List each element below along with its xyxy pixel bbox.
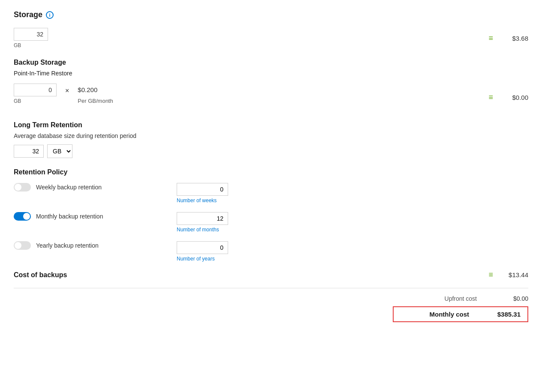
pit-price: $0.00 <box>498 94 528 101</box>
long-term-retention-section: Long Term Retention Average database siz… <box>14 121 528 158</box>
monthly-toggle-group: Monthly backup retention <box>14 212 177 221</box>
pit-rate-group: $0.200 Per GB/month <box>78 84 113 104</box>
yearly-label: Yearly backup retention <box>36 242 99 249</box>
storage-row: GB ≡ $3.68 <box>14 28 528 48</box>
storage-title: Storage <box>14 10 42 19</box>
pit-rate-label: Per GB/month <box>78 98 113 104</box>
weekly-toggle[interactable] <box>14 183 31 192</box>
ltr-title: Long Term Retention <box>14 121 528 129</box>
upfront-label: Upfront cost <box>408 295 477 302</box>
db-unit-select[interactable]: GB TB <box>47 144 72 158</box>
storage-input-group: GB <box>14 28 48 48</box>
cost-of-backups-row: Cost of backups ≡ $13.44 <box>14 270 528 279</box>
yearly-input-group: Number of years <box>177 241 228 262</box>
db-size-row: GB TB <box>14 144 528 158</box>
storage-unit: GB <box>14 42 21 48</box>
summary-section: Upfront cost $0.00 Monthly cost $385.31 <box>14 295 528 322</box>
storage-info-icon[interactable]: i <box>46 11 54 19</box>
weekly-retention-row: Weekly backup retention Number of weeks <box>14 183 528 203</box>
monthly-cost-row: Monthly cost $385.31 <box>393 306 528 322</box>
monthly-unit: Number of months <box>177 227 219 233</box>
monthly-input-group: Number of months <box>177 212 228 233</box>
pit-rate: $0.200 <box>78 84 97 96</box>
pit-price-group: ≡ $0.00 <box>488 93 528 102</box>
backup-storage-section: Backup Storage Point-In-Time Restore GB … <box>14 59 528 111</box>
yearly-toggle-group: Yearly backup retention <box>14 241 177 250</box>
point-in-time-row: GB × $0.200 Per GB/month ≡ $0.00 <box>14 84 528 111</box>
cost-of-backups-price: $13.44 <box>498 271 528 278</box>
yearly-retention-row: Yearly backup retention Number of years <box>14 241 528 262</box>
point-in-time-title: Point-In-Time Restore <box>14 70 528 77</box>
pit-multiply-group: GB × $0.200 Per GB/month <box>14 84 113 104</box>
storage-equals-icon: ≡ <box>488 34 493 43</box>
storage-price-group: ≡ $3.68 <box>488 34 528 43</box>
monthly-value: $385.31 <box>486 311 521 318</box>
multiply-icon: × <box>65 87 69 95</box>
pit-input-group: GB <box>14 84 57 104</box>
pit-equals-icon: ≡ <box>488 93 493 102</box>
weekly-unit: Number of weeks <box>177 197 217 203</box>
avg-db-label: Average database size during retention p… <box>14 132 528 139</box>
upfront-value: $0.00 <box>494 295 528 302</box>
weekly-toggle-group: Weekly backup retention <box>14 183 177 192</box>
retention-policy-title: Retention Policy <box>14 168 528 176</box>
weekly-input-group: Number of weeks <box>177 183 228 203</box>
monthly-input[interactable] <box>177 212 228 225</box>
yearly-toggle[interactable] <box>14 241 31 250</box>
storage-input[interactable] <box>14 28 48 41</box>
upfront-cost-row: Upfront cost $0.00 <box>408 295 528 302</box>
monthly-retention-row: Monthly backup retention Number of month… <box>14 212 528 233</box>
cost-of-backups-price-group: ≡ $13.44 <box>488 270 528 279</box>
monthly-toggle[interactable] <box>14 212 31 221</box>
monthly-label: Monthly backup retention <box>36 213 103 220</box>
pit-unit: GB <box>14 98 21 104</box>
retention-policy-section: Retention Policy Weekly backup retention… <box>14 168 528 262</box>
summary-divider <box>14 288 528 288</box>
yearly-input[interactable] <box>177 241 228 254</box>
pit-input[interactable] <box>14 84 57 96</box>
cost-equals-icon: ≡ <box>488 270 493 279</box>
storage-price: $3.68 <box>498 35 528 42</box>
weekly-input[interactable] <box>177 183 228 196</box>
monthly-label: Monthly cost <box>400 311 469 318</box>
storage-section: Storage i GB ≡ $3.68 <box>14 10 528 48</box>
weekly-label: Weekly backup retention <box>36 184 102 191</box>
db-size-input[interactable] <box>14 145 44 158</box>
backup-storage-title: Backup Storage <box>14 59 528 66</box>
yearly-unit: Number of years <box>177 256 215 262</box>
cost-of-backups-label: Cost of backups <box>14 271 67 279</box>
